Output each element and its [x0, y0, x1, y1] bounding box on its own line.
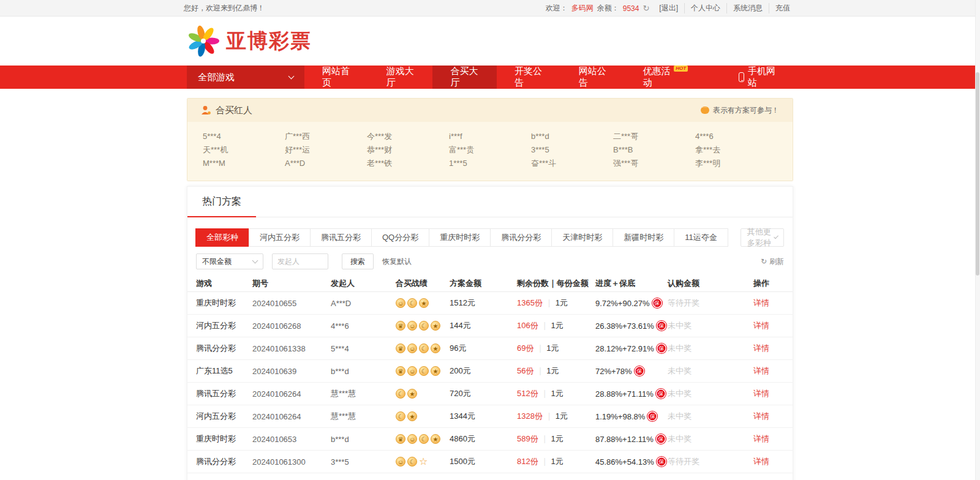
initiator-name[interactable]: A***D	[331, 299, 396, 308]
detail-link[interactable]: 详情	[753, 456, 784, 467]
detail-link[interactable]: 详情	[753, 433, 784, 444]
star-user-name[interactable]: M***M	[203, 157, 285, 170]
badge-icon: ★	[431, 343, 440, 353]
nav-item-label: 优惠活动	[643, 66, 671, 89]
initiator-search-input[interactable]	[272, 253, 328, 269]
lottery-tab[interactable]: 腾讯分分彩	[490, 228, 552, 247]
purchase-status: 未中奖	[668, 388, 753, 399]
progress-cell: 26.38%+73.61%保	[595, 321, 668, 331]
guarantee-badge: 保	[656, 434, 666, 444]
topbar-link[interactable]: 充值	[769, 3, 796, 13]
initiator-name[interactable]: 4***6	[331, 321, 396, 331]
brand-name: 亚博彩票	[226, 28, 312, 55]
nav-item[interactable]: 游戏大厅	[369, 66, 433, 89]
star-user-name[interactable]: 恭***财	[367, 143, 449, 157]
star-user-name[interactable]: i***f	[449, 130, 531, 143]
nav-item[interactable]: 优惠活动HOT	[625, 66, 689, 89]
topbar-link[interactable]: [退出]	[653, 3, 684, 13]
purchase-status: 未中奖	[668, 320, 753, 331]
star-user-name[interactable]: 老***铁	[367, 157, 449, 170]
star-user-name[interactable]: 富***贵	[449, 143, 531, 157]
detail-link[interactable]: 详情	[753, 388, 784, 399]
table-row: 河内五分彩202401062684***6♛☺☾★144元106份｜1元26.3…	[187, 315, 793, 337]
topbar-link[interactable]: 系统消息	[726, 3, 769, 13]
star-user-name[interactable]: 5***4	[203, 130, 285, 143]
remaining-shares: 812份	[517, 457, 538, 466]
lottery-tab[interactable]: QQ分分彩	[371, 228, 429, 247]
table-row: 广东11选52024010639b***d♛☺☾★200元56份｜1元72%+7…	[187, 360, 793, 383]
star-user-name[interactable]: 强***哥	[613, 157, 695, 170]
progress-cell: 45.86%+54.13%保	[595, 457, 668, 467]
plan-amount: 720元	[450, 388, 517, 399]
lottery-tab[interactable]: 新疆时时彩	[612, 228, 674, 247]
table-row: 重庆时时彩2024010655A***D☺☾★1512元1365份｜1元9.72…	[187, 292, 793, 315]
nav-item[interactable]: 手机网站	[721, 66, 793, 89]
refresh-label: 刷新	[769, 257, 784, 267]
lottery-tab[interactable]: 全部彩种	[195, 228, 249, 247]
lottery-tab[interactable]: 11运夺金	[674, 228, 728, 247]
search-button[interactable]: 搜索	[342, 253, 374, 269]
column-header: 方案金额	[450, 278, 517, 289]
detail-link[interactable]: 详情	[753, 320, 784, 331]
moon-icon: ☾	[419, 343, 429, 353]
issue-number: 2024010639	[252, 367, 331, 376]
star-user-name[interactable]: 好***运	[285, 143, 367, 157]
initiator-name[interactable]: 5***4	[331, 344, 396, 353]
star-user-name[interactable]: 今***发	[367, 130, 449, 143]
star-user-name[interactable]: 1***5	[449, 157, 531, 170]
initiator-name[interactable]: 慧***慧	[331, 411, 396, 422]
nav-item[interactable]: 开奖公告	[497, 66, 561, 89]
topbar-link[interactable]: 个人中心	[684, 3, 726, 13]
star-user-name[interactable]: B***B	[613, 143, 695, 157]
nav-item[interactable]: 网站公告	[561, 66, 625, 89]
all-games-dropdown[interactable]: 全部游戏	[187, 66, 304, 89]
nav-item-label: 合买大厅	[450, 66, 479, 89]
nav-item[interactable]: 合买大厅	[432, 66, 497, 89]
initiator-name[interactable]: b***d	[331, 435, 396, 444]
star-user-name[interactable]: 奋***斗	[531, 157, 613, 170]
brand[interactable]: 亚博彩票	[187, 24, 312, 58]
cell-divider: ｜	[541, 434, 549, 443]
more-lotteries-select[interactable]: 其他更多彩种	[741, 228, 784, 247]
amount-filter-select[interactable]: 不限金额	[196, 253, 263, 269]
scrollbar-thumb[interactable]	[976, 72, 979, 276]
star-user-name[interactable]: 天***机	[203, 143, 285, 157]
lottery-tab[interactable]: 河内五分彩	[249, 228, 311, 247]
initiator-name[interactable]: 3***5	[331, 457, 396, 467]
game-name: 重庆时时彩	[196, 298, 252, 309]
progress-value: 9.72%+90.27%	[595, 299, 650, 308]
nav-item[interactable]: 网站首页	[304, 66, 369, 89]
detail-link[interactable]: 详情	[753, 343, 784, 354]
detail-link[interactable]: 详情	[753, 366, 784, 377]
remaining-shares: 589份	[517, 434, 538, 443]
trophy-icon: ♛	[396, 366, 405, 376]
star-user-name[interactable]: 二***哥	[613, 130, 695, 143]
username[interactable]: 多码网	[571, 3, 594, 13]
refresh-table-button[interactable]: ↻ 刷新	[761, 257, 784, 267]
initiator-name[interactable]: 慧***慧	[331, 388, 396, 399]
speech-bubble-icon	[701, 107, 709, 114]
table-row: 河内五分彩20240106264慧***慧☾★1344元1328份｜1元1.19…	[187, 405, 793, 428]
star-user-name[interactable]: 李***明	[695, 157, 777, 170]
refresh-balance-icon[interactable]: ↻	[643, 4, 649, 13]
star-user-name[interactable]: 3***5	[531, 143, 613, 157]
initiator-name[interactable]: b***d	[331, 367, 396, 376]
star-user-name[interactable]: b***d	[531, 130, 613, 143]
star-user-name[interactable]: 4***6	[695, 130, 777, 143]
detail-link[interactable]: 详情	[753, 411, 784, 422]
balance-value: 9534	[623, 4, 639, 13]
page-scrollbar[interactable]	[975, 0, 980, 480]
lottery-tab[interactable]: 天津时时彩	[551, 228, 613, 247]
lottery-tab[interactable]: 腾讯五分彩	[310, 228, 372, 247]
star-user-name[interactable]: 广***西	[285, 130, 367, 143]
game-name: 腾讯分分彩	[196, 343, 252, 354]
shares-cell: 512份｜1元	[517, 388, 595, 399]
table-body: 重庆时时彩2024010655A***D☺☾★1512元1365份｜1元9.72…	[187, 292, 793, 473]
per-share-amount: 1元	[551, 434, 563, 443]
cell-divider: ｜	[541, 457, 549, 466]
star-user-name[interactable]: 拿***去	[695, 143, 777, 157]
detail-link[interactable]: 详情	[753, 298, 784, 309]
reset-default-link[interactable]: 恢复默认	[382, 257, 412, 267]
star-user-name[interactable]: A***D	[285, 157, 367, 170]
lottery-tab[interactable]: 重庆时时彩	[429, 228, 491, 247]
